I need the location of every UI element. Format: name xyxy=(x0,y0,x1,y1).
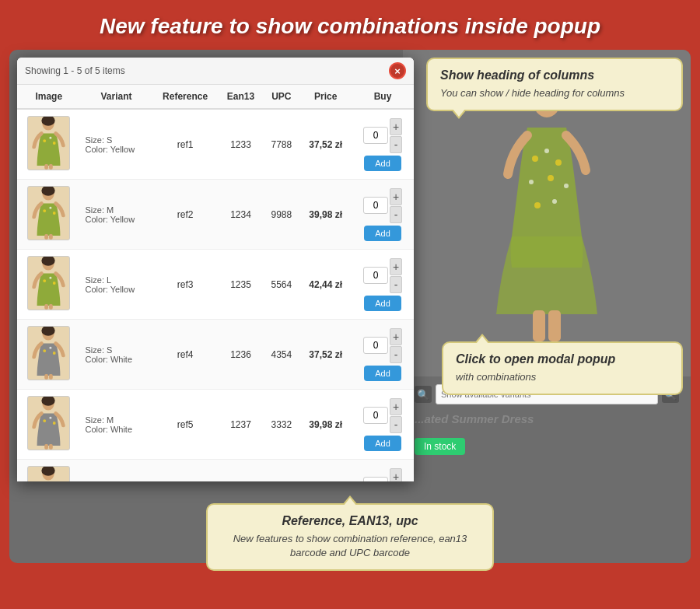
price-cell: 42,44 zł xyxy=(299,250,352,320)
svg-point-35 xyxy=(44,349,47,352)
qty-increase-btn[interactable]: + xyxy=(390,328,402,345)
add-to-cart-btn[interactable]: Add xyxy=(364,156,401,171)
callout-popup: Click to open modal popup with combinati… xyxy=(442,341,683,395)
qty-control: + - xyxy=(356,258,409,293)
variant-cell: Size: MColor: White xyxy=(81,390,152,460)
svg-rect-17 xyxy=(44,164,48,170)
product-thumbnail xyxy=(27,466,70,481)
qty-increase-btn[interactable]: + xyxy=(390,468,402,482)
table-row: Size: MColor: Whiteref51237333239,98 zł … xyxy=(17,390,414,460)
qty-decrease-btn[interactable]: - xyxy=(390,206,402,223)
qty-input[interactable] xyxy=(363,197,388,214)
combinations-table: Image Variant Reference Ean13 UPC Price … xyxy=(17,85,414,481)
table-row: Size: LColor: Yellowref31235556442,44 zł… xyxy=(17,250,414,320)
svg-point-2 xyxy=(532,156,538,162)
ean13-cell: 1234 xyxy=(219,180,264,250)
svg-rect-45 xyxy=(44,444,48,450)
popup-modal: Showing 1 - 5 of 5 items × Image Variant… xyxy=(17,58,414,481)
qty-input[interactable] xyxy=(363,477,388,481)
product-thumbnail xyxy=(27,186,70,240)
col-buy: Buy xyxy=(352,85,414,109)
add-to-cart-btn[interactable]: Add xyxy=(364,366,401,381)
in-stock-badge: In stock xyxy=(415,438,465,455)
qty-decrease-btn[interactable]: - xyxy=(390,346,402,363)
svg-point-3 xyxy=(544,149,549,153)
svg-rect-38 xyxy=(44,374,48,380)
qty-control: + - xyxy=(356,118,409,153)
buy-cell: + - Add xyxy=(352,460,414,482)
popup-showing-text: Showing 1 - 5 of 5 items xyxy=(25,65,125,76)
add-to-cart-btn[interactable]: Add xyxy=(364,296,401,311)
col-reference: Reference xyxy=(152,85,218,109)
col-upc: UPC xyxy=(263,85,299,109)
ean13-cell: 1237 xyxy=(219,390,264,460)
svg-rect-39 xyxy=(49,374,53,380)
callout-popup-title: Click to open modal popup xyxy=(456,352,669,366)
svg-point-28 xyxy=(44,279,47,282)
product-thumb-cell xyxy=(17,180,81,250)
svg-point-15 xyxy=(50,137,52,139)
svg-point-30 xyxy=(53,282,56,285)
buy-cell: + - Add xyxy=(352,109,414,180)
price-cell: 37,52 zł xyxy=(299,109,352,180)
buy-cell: + - Add xyxy=(352,180,414,250)
reference-cell: ref3 xyxy=(152,250,218,320)
qty-decrease-btn[interactable]: - xyxy=(390,416,402,433)
product-thumbnail xyxy=(27,326,70,380)
svg-rect-10 xyxy=(533,310,545,341)
ean13-cell: 1238 xyxy=(219,460,264,482)
add-to-cart-btn[interactable]: Add xyxy=(364,436,401,451)
callout-heading-title: Show heading of columns xyxy=(440,68,669,82)
svg-point-7 xyxy=(564,184,569,188)
table-row: Size: SColor: Whiteref41236435437,52 zł … xyxy=(17,320,414,390)
qty-input[interactable] xyxy=(363,407,388,424)
callout-heading: Show heading of columns You can show / h… xyxy=(426,58,683,111)
variant-cell: Size: LColor: White xyxy=(81,460,152,482)
product-thumb-cell xyxy=(17,109,81,180)
qty-decrease-btn[interactable]: - xyxy=(390,136,402,153)
add-to-cart-btn[interactable]: Add xyxy=(364,226,401,241)
search-left-icon[interactable]: 🔍 xyxy=(415,386,432,403)
svg-point-5 xyxy=(529,180,534,184)
svg-point-9 xyxy=(552,199,557,204)
svg-rect-18 xyxy=(49,164,53,170)
upc-cell: 4354 xyxy=(263,320,299,390)
close-button[interactable]: × xyxy=(389,62,406,79)
col-variant: Variant xyxy=(81,85,152,109)
svg-point-42 xyxy=(44,419,47,422)
table-header-row: Image Variant Reference Ean13 UPC Price … xyxy=(17,85,414,109)
variant-cell: Size: LColor: Yellow xyxy=(81,250,152,320)
qty-input[interactable] xyxy=(363,127,388,144)
qty-increase-btn[interactable]: + xyxy=(390,118,402,135)
qty-input[interactable] xyxy=(363,337,388,354)
qty-control: + - xyxy=(356,468,409,482)
qty-increase-btn[interactable]: + xyxy=(390,258,402,275)
buy-cell: + - Add xyxy=(352,250,414,320)
qty-control: + - xyxy=(356,328,409,363)
ean13-cell: 1235 xyxy=(219,250,264,320)
ean13-cell: 1236 xyxy=(219,320,264,390)
product-thumb-cell xyxy=(17,250,81,320)
price-cell: 37,52 zł xyxy=(299,320,352,390)
reference-cell: ref5 xyxy=(152,390,218,460)
variant-cell: Size: MColor: Yellow xyxy=(81,180,152,250)
callout-heading-desc: You can show / hide heading for columns xyxy=(440,86,669,100)
qty-increase-btn[interactable]: + xyxy=(390,188,402,205)
qty-control: + - xyxy=(356,398,409,433)
callout-reference-desc: New features to show combination referen… xyxy=(220,532,480,560)
qty-increase-btn[interactable]: + xyxy=(390,398,402,415)
qty-input[interactable] xyxy=(363,267,388,284)
page-title: New feature to show combinations inside … xyxy=(0,0,700,50)
product-thumb-cell xyxy=(17,320,81,390)
qty-decrease-btn[interactable]: - xyxy=(390,276,402,293)
svg-rect-24 xyxy=(44,234,48,240)
svg-point-4 xyxy=(555,159,562,166)
svg-rect-46 xyxy=(49,444,53,450)
callout-reference-title: Reference, EAN13, upc xyxy=(220,514,480,528)
upc-cell: 2315 xyxy=(263,460,299,482)
ean13-cell: 1233 xyxy=(219,109,264,180)
callout-popup-desc: with combinations xyxy=(456,370,669,384)
svg-point-29 xyxy=(50,277,52,279)
reference-cell: ref1 xyxy=(152,109,218,180)
svg-rect-25 xyxy=(49,234,53,240)
